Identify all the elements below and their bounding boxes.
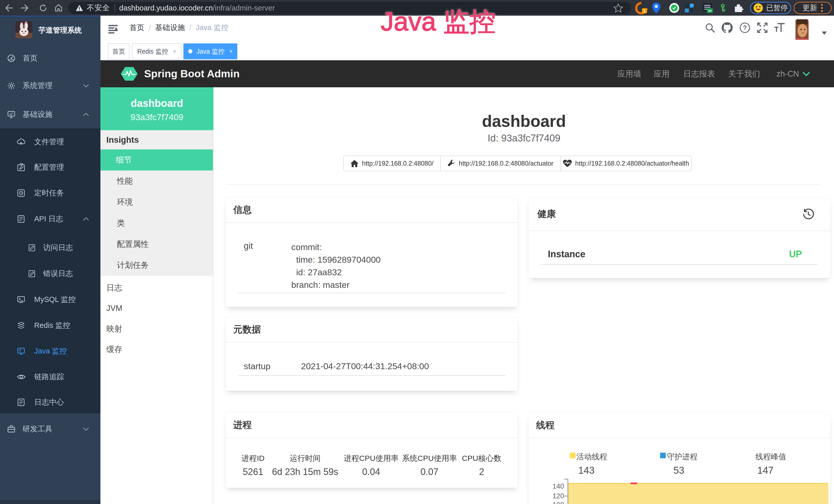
svg-text:1: 1	[643, 8, 645, 13]
svg-text:?: ?	[743, 24, 747, 31]
svg-text:on: on	[708, 9, 711, 12]
